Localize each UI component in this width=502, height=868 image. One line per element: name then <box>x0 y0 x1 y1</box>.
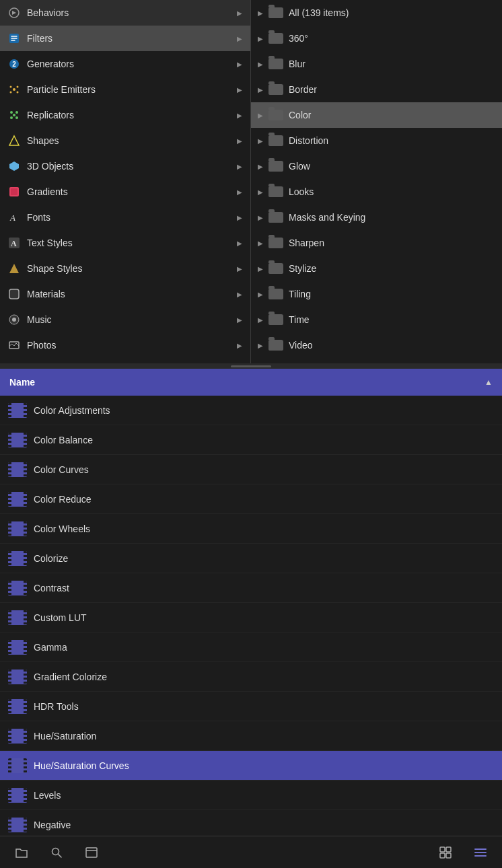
film-icon-color-reduce <box>8 492 27 507</box>
behaviors-icon <box>7 5 22 20</box>
filter-category-looks[interactable]: ▶Looks <box>251 179 502 205</box>
filter-category-masks-and-keying[interactable]: ▶Masks and Keying <box>251 205 502 230</box>
list-item-contrast[interactable]: Contrast <box>0 573 502 603</box>
list-item-hdr-tools[interactable]: HDR Tools <box>0 692 502 721</box>
filter-category-stylize[interactable]: ▶Stylize <box>251 256 502 281</box>
sidebar-item-generators[interactable]: 2Generators▶ <box>0 51 250 77</box>
hdr-tools-label: HDR Tools <box>34 701 494 712</box>
svg-point-13 <box>13 114 15 116</box>
filter-category-sharpen[interactable]: ▶Sharpen <box>251 230 502 256</box>
text-styles-icon: A <box>7 236 22 250</box>
sidebar-item-photos[interactable]: Photos▶ <box>0 332 250 358</box>
list-item-hue-saturation-curves[interactable]: Hue/Saturation Curves <box>0 751 502 781</box>
film-icon-color-wheels <box>8 521 27 536</box>
sidebar-item-filters[interactable]: Filters▶ <box>0 26 250 51</box>
sidebar-item-music[interactable]: Music▶ <box>0 307 250 332</box>
filter-category-360[interactable]: ▶360° <box>251 26 502 51</box>
svg-rect-16 <box>11 188 17 195</box>
list-item-color-reduce[interactable]: Color Reduce <box>0 484 502 514</box>
sidebar-item-replicators[interactable]: Replicators▶ <box>0 102 250 128</box>
list-item-custom-lut[interactable]: Custom LUT <box>0 603 502 632</box>
sidebar-item-gradients[interactable]: Gradients▶ <box>0 179 250 205</box>
list-item-hue-saturation[interactable]: Hue/Saturation <box>0 721 502 751</box>
window-button[interactable] <box>81 842 102 863</box>
sidebar-item-3d-objects[interactable]: 3D Objects▶ <box>0 153 250 179</box>
time-label: Time <box>289 314 310 325</box>
list-item-color-balance[interactable]: Color Balance <box>0 425 502 455</box>
3d-objects-icon <box>7 159 22 174</box>
folder-icon-video <box>268 340 283 351</box>
color-label: Color <box>289 110 311 120</box>
360-label: 360° <box>289 33 308 44</box>
folder-icon-360 <box>268 33 283 44</box>
list-item-negative[interactable]: Negative <box>0 810 502 836</box>
color-curves-label: Color Curves <box>34 464 494 475</box>
list-item-gamma[interactable]: Gamma <box>0 632 502 662</box>
filter-category-distortion[interactable]: ▶Distortion <box>251 128 502 153</box>
sidebar-item-text-styles[interactable]: AText Styles▶ <box>0 230 250 256</box>
list-item-color-wheels[interactable]: Color Wheels <box>0 514 502 544</box>
sidebar-item-shape-styles[interactable]: Shape Styles▶ <box>0 256 250 281</box>
color-reduce-label: Color Reduce <box>34 494 494 505</box>
search-button[interactable] <box>46 842 67 863</box>
sidebar-item-fonts[interactable]: AFonts▶ <box>0 205 250 230</box>
masks-and-keying-label: Masks and Keying <box>289 212 365 223</box>
list-item-colorize[interactable]: Colorize <box>0 544 502 573</box>
film-icon-hue-saturation-curves <box>8 758 27 773</box>
gradients-label: Gradients <box>27 186 236 197</box>
list-view-button[interactable] <box>470 842 491 863</box>
list-item-color-curves[interactable]: Color Curves <box>0 455 502 484</box>
sidebar-item-materials[interactable]: Materials▶ <box>0 281 250 307</box>
svg-rect-31 <box>446 853 451 858</box>
svg-rect-28 <box>440 847 445 852</box>
filters-icon <box>7 31 22 46</box>
filter-category-time[interactable]: ▶Time <box>251 307 502 332</box>
bottom-toolbar <box>0 836 502 868</box>
bottom-panel: Name ▲ Color AdjustmentsColor BalanceCol… <box>0 369 502 836</box>
list-item-levels[interactable]: Levels <box>0 781 502 810</box>
looks-label: Looks <box>289 186 314 197</box>
film-icon-colorize <box>8 551 27 566</box>
filter-category-tiling[interactable]: ▶Tiling <box>251 281 502 307</box>
filter-category-blur[interactable]: ▶Blur <box>251 51 502 77</box>
film-icon-color-balance <box>8 433 27 447</box>
generators-label: Generators <box>27 59 236 69</box>
svg-point-10 <box>15 111 18 114</box>
sidebar-item-behaviors[interactable]: Behaviors▶ <box>0 0 250 26</box>
sidebar-item-shapes[interactable]: Shapes▶ <box>0 128 250 153</box>
grid-view-button[interactable] <box>435 842 456 863</box>
list-item-gradient-colorize[interactable]: Gradient Colorize <box>0 662 502 692</box>
filter-category-all[interactable]: ▶All (139 items) <box>251 0 502 26</box>
filter-category-border[interactable]: ▶Border <box>251 77 502 102</box>
bottom-header-chevron[interactable]: ▲ <box>485 377 493 387</box>
right-column: ▶All (139 items)▶360°▶Blur▶Border▶Color▶… <box>251 0 502 363</box>
hue-saturation-curves-label: Hue/Saturation Curves <box>34 760 494 771</box>
fonts-label: Fonts <box>27 212 236 223</box>
tiling-label: Tiling <box>289 289 311 299</box>
contrast-label: Contrast <box>34 583 494 593</box>
hue-saturation-label: Hue/Saturation <box>34 731 494 742</box>
stylize-arrow: ▶ <box>258 265 263 273</box>
filter-category-color[interactable]: ▶Color <box>251 102 502 128</box>
svg-text:A: A <box>9 213 15 223</box>
photos-icon <box>7 338 22 353</box>
blur-label: Blur <box>289 59 306 69</box>
materials-icon <box>7 287 22 301</box>
shapes-label: Shapes <box>27 135 236 146</box>
folder-icon-glow <box>268 161 283 172</box>
sidebar-item-particle-emitters[interactable]: Particle Emitters▶ <box>0 77 250 102</box>
shape-styles-arrow: ▶ <box>236 264 244 273</box>
gamma-label: Gamma <box>34 642 494 653</box>
filter-category-glow[interactable]: ▶Glow <box>251 153 502 179</box>
filter-category-video[interactable]: ▶Video <box>251 332 502 358</box>
svg-point-9 <box>10 111 13 114</box>
sharpen-label: Sharpen <box>289 238 324 248</box>
music-icon <box>7 312 22 327</box>
particle-emitters-icon <box>7 82 22 97</box>
music-arrow: ▶ <box>236 316 244 324</box>
folder-icon-stylize <box>268 263 283 274</box>
replicators-label: Replicators <box>27 110 236 120</box>
folder-button[interactable] <box>11 842 32 863</box>
svg-text:2: 2 <box>12 61 16 68</box>
list-item-color-adjustments[interactable]: Color Adjustments <box>0 396 502 425</box>
